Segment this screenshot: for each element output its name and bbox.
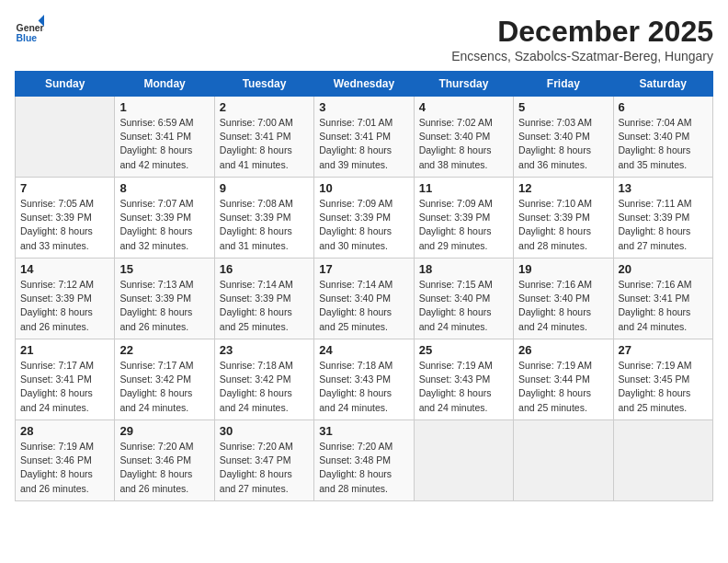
calendar-cell: 15Sunrise: 7:13 AM Sunset: 3:39 PM Dayli…	[115, 259, 214, 339]
weekday-header-saturday: Saturday	[613, 72, 712, 97]
calendar-cell: 26Sunrise: 7:19 AM Sunset: 3:44 PM Dayli…	[514, 339, 613, 420]
day-number: 9	[220, 181, 309, 195]
day-info: Sunrise: 7:18 AM Sunset: 3:43 PM Dayligh…	[319, 359, 408, 415]
day-info: Sunrise: 7:16 AM Sunset: 3:41 PM Dayligh…	[619, 278, 708, 334]
day-number: 24	[319, 343, 408, 357]
day-number: 29	[119, 424, 209, 438]
day-number: 16	[220, 262, 309, 276]
day-info: Sunrise: 7:03 AM Sunset: 3:40 PM Dayligh…	[518, 116, 608, 172]
day-info: Sunrise: 7:07 AM Sunset: 3:39 PM Dayligh…	[119, 197, 209, 253]
day-info: Sunrise: 7:17 AM Sunset: 3:41 PM Dayligh…	[20, 359, 109, 415]
calendar-cell: 8Sunrise: 7:07 AM Sunset: 3:39 PM Daylig…	[115, 178, 214, 259]
location-title: Encsencs, Szabolcs-Szatmar-Bereg, Hungar…	[451, 49, 713, 63]
calendar-cell	[414, 420, 513, 501]
svg-text:General: General	[17, 23, 44, 33]
day-info: Sunrise: 7:14 AM Sunset: 3:39 PM Dayligh…	[220, 278, 309, 334]
day-number: 8	[119, 181, 209, 195]
calendar-cell: 18Sunrise: 7:15 AM Sunset: 3:40 PM Dayli…	[414, 259, 513, 339]
day-info: Sunrise: 7:19 AM Sunset: 3:43 PM Dayligh…	[419, 359, 508, 415]
calendar-cell: 3Sunrise: 7:01 AM Sunset: 3:41 PM Daylig…	[314, 97, 414, 178]
day-number: 1	[119, 100, 209, 114]
calendar-cell: 31Sunrise: 7:20 AM Sunset: 3:48 PM Dayli…	[314, 420, 414, 501]
calendar-cell	[16, 97, 115, 178]
calendar-week-1: 1Sunrise: 6:59 AM Sunset: 3:41 PM Daylig…	[16, 97, 713, 178]
calendar-cell: 13Sunrise: 7:11 AM Sunset: 3:39 PM Dayli…	[613, 178, 712, 259]
calendar-week-5: 28Sunrise: 7:19 AM Sunset: 3:46 PM Dayli…	[16, 420, 713, 501]
day-number: 20	[619, 262, 708, 276]
day-info: Sunrise: 7:15 AM Sunset: 3:40 PM Dayligh…	[419, 278, 508, 334]
day-info: Sunrise: 7:09 AM Sunset: 3:39 PM Dayligh…	[419, 197, 508, 253]
calendar-week-3: 14Sunrise: 7:12 AM Sunset: 3:39 PM Dayli…	[16, 259, 713, 339]
day-number: 5	[518, 100, 608, 114]
day-number: 26	[518, 343, 608, 357]
calendar-week-4: 21Sunrise: 7:17 AM Sunset: 3:41 PM Dayli…	[16, 339, 713, 420]
day-info: Sunrise: 7:20 AM Sunset: 3:48 PM Dayligh…	[319, 440, 408, 496]
day-info: Sunrise: 6:59 AM Sunset: 3:41 PM Dayligh…	[119, 116, 209, 172]
calendar-table: SundayMondayTuesdayWednesdayThursdayFrid…	[15, 71, 713, 501]
calendar-cell: 14Sunrise: 7:12 AM Sunset: 3:39 PM Dayli…	[16, 259, 115, 339]
calendar-cell: 23Sunrise: 7:18 AM Sunset: 3:42 PM Dayli…	[214, 339, 313, 420]
day-info: Sunrise: 7:04 AM Sunset: 3:40 PM Dayligh…	[619, 116, 708, 172]
calendar-cell: 12Sunrise: 7:10 AM Sunset: 3:39 PM Dayli…	[514, 178, 613, 259]
day-number: 28	[20, 424, 109, 438]
month-title: December 2025	[451, 15, 713, 49]
calendar-cell: 2Sunrise: 7:00 AM Sunset: 3:41 PM Daylig…	[214, 97, 313, 178]
day-number: 3	[319, 100, 408, 114]
day-number: 25	[419, 343, 508, 357]
day-info: Sunrise: 7:20 AM Sunset: 3:46 PM Dayligh…	[119, 440, 209, 496]
calendar-cell: 10Sunrise: 7:09 AM Sunset: 3:39 PM Dayli…	[314, 178, 414, 259]
day-info: Sunrise: 7:00 AM Sunset: 3:41 PM Dayligh…	[220, 116, 309, 172]
day-number: 18	[419, 262, 508, 276]
day-info: Sunrise: 7:19 AM Sunset: 3:45 PM Dayligh…	[619, 359, 708, 415]
day-number: 13	[619, 181, 708, 195]
calendar-cell: 16Sunrise: 7:14 AM Sunset: 3:39 PM Dayli…	[214, 259, 313, 339]
weekday-header-thursday: Thursday	[414, 72, 513, 97]
weekday-header-friday: Friday	[514, 72, 613, 97]
day-number: 15	[119, 262, 209, 276]
day-info: Sunrise: 7:11 AM Sunset: 3:39 PM Dayligh…	[619, 197, 708, 253]
day-number: 23	[220, 343, 309, 357]
day-number: 4	[419, 100, 508, 114]
page-header: General Blue December 2025 Encsencs, Sza…	[15, 15, 713, 63]
day-number: 30	[220, 424, 309, 438]
day-number: 14	[20, 262, 109, 276]
weekday-header-monday: Monday	[115, 72, 214, 97]
logo: General Blue	[15, 15, 48, 44]
calendar-cell: 28Sunrise: 7:19 AM Sunset: 3:46 PM Dayli…	[16, 420, 115, 501]
day-info: Sunrise: 7:05 AM Sunset: 3:39 PM Dayligh…	[20, 197, 109, 253]
calendar-cell: 22Sunrise: 7:17 AM Sunset: 3:42 PM Dayli…	[115, 339, 214, 420]
calendar-cell: 21Sunrise: 7:17 AM Sunset: 3:41 PM Dayli…	[16, 339, 115, 420]
day-info: Sunrise: 7:14 AM Sunset: 3:40 PM Dayligh…	[319, 278, 408, 334]
day-info: Sunrise: 7:19 AM Sunset: 3:44 PM Dayligh…	[518, 359, 608, 415]
day-info: Sunrise: 7:08 AM Sunset: 3:39 PM Dayligh…	[220, 197, 309, 253]
calendar-cell	[514, 420, 613, 501]
day-info: Sunrise: 7:12 AM Sunset: 3:39 PM Dayligh…	[20, 278, 109, 334]
weekday-header-wednesday: Wednesday	[314, 72, 414, 97]
calendar-cell: 25Sunrise: 7:19 AM Sunset: 3:43 PM Dayli…	[414, 339, 513, 420]
day-number: 27	[619, 343, 708, 357]
weekday-header-sunday: Sunday	[16, 72, 115, 97]
calendar-cell: 6Sunrise: 7:04 AM Sunset: 3:40 PM Daylig…	[613, 97, 712, 178]
calendar-cell: 29Sunrise: 7:20 AM Sunset: 3:46 PM Dayli…	[115, 420, 214, 501]
day-info: Sunrise: 7:10 AM Sunset: 3:39 PM Dayligh…	[518, 197, 608, 253]
calendar-cell: 30Sunrise: 7:20 AM Sunset: 3:47 PM Dayli…	[214, 420, 313, 501]
day-number: 17	[319, 262, 408, 276]
calendar-cell: 11Sunrise: 7:09 AM Sunset: 3:39 PM Dayli…	[414, 178, 513, 259]
calendar-cell: 5Sunrise: 7:03 AM Sunset: 3:40 PM Daylig…	[514, 97, 613, 178]
day-number: 11	[419, 181, 508, 195]
title-block: December 2025 Encsencs, Szabolcs-Szatmar…	[451, 15, 713, 63]
day-number: 19	[518, 262, 608, 276]
calendar-week-2: 7Sunrise: 7:05 AM Sunset: 3:39 PM Daylig…	[16, 178, 713, 259]
calendar-cell: 4Sunrise: 7:02 AM Sunset: 3:40 PM Daylig…	[414, 97, 513, 178]
calendar-cell: 20Sunrise: 7:16 AM Sunset: 3:41 PM Dayli…	[613, 259, 712, 339]
day-number: 31	[319, 424, 408, 438]
day-info: Sunrise: 7:09 AM Sunset: 3:39 PM Dayligh…	[319, 197, 408, 253]
day-number: 22	[119, 343, 209, 357]
day-info: Sunrise: 7:17 AM Sunset: 3:42 PM Dayligh…	[119, 359, 209, 415]
calendar-cell: 9Sunrise: 7:08 AM Sunset: 3:39 PM Daylig…	[214, 178, 313, 259]
day-info: Sunrise: 7:01 AM Sunset: 3:41 PM Dayligh…	[319, 116, 408, 172]
svg-text:Blue: Blue	[17, 33, 38, 43]
day-number: 6	[619, 100, 708, 114]
day-info: Sunrise: 7:18 AM Sunset: 3:42 PM Dayligh…	[220, 359, 309, 415]
calendar-cell: 27Sunrise: 7:19 AM Sunset: 3:45 PM Dayli…	[613, 339, 712, 420]
